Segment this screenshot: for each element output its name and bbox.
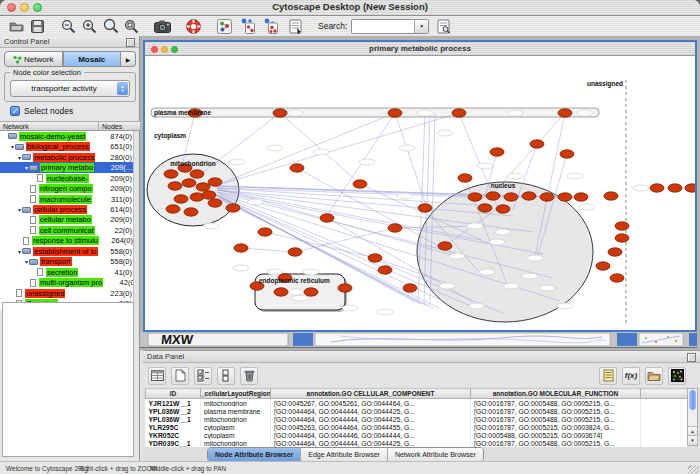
network-node[interactable] bbox=[273, 109, 287, 117]
scroll-down-icon[interactable]: ▼ bbox=[688, 435, 697, 445]
network-node[interactable] bbox=[486, 192, 500, 200]
network-node[interactable] bbox=[290, 164, 304, 172]
select-attributes-icon[interactable] bbox=[194, 367, 212, 385]
table-row[interactable]: YPL036W__1mitochondrion[GO:0044464, GO:0… bbox=[146, 415, 688, 423]
network-node[interactable] bbox=[596, 262, 610, 270]
tree-row[interactable]: nitrogen compo209(0) bbox=[0, 183, 134, 193]
layout-a-icon[interactable] bbox=[239, 18, 256, 35]
network-node[interactable] bbox=[496, 205, 510, 213]
more-tabs-icon[interactable]: ▶ bbox=[121, 51, 136, 67]
network-node[interactable] bbox=[610, 274, 624, 282]
tree-row[interactable]: cell communicat22(0) bbox=[0, 225, 134, 235]
network-node[interactable] bbox=[650, 184, 664, 192]
matrix-icon[interactable] bbox=[668, 367, 686, 385]
network-node[interactable] bbox=[182, 179, 196, 187]
notes-icon[interactable] bbox=[599, 367, 617, 385]
table-row[interactable]: YLR295Ccytoplasm[GO:0045263, GO:0044464,… bbox=[146, 423, 688, 431]
network-node[interactable] bbox=[338, 284, 352, 292]
network-node[interactable] bbox=[615, 222, 629, 230]
column-header[interactable]: ID bbox=[146, 389, 201, 399]
network-node[interactable] bbox=[458, 174, 472, 182]
formula-icon[interactable]: f(x) bbox=[622, 367, 640, 385]
zoom-selected-icon[interactable] bbox=[123, 18, 140, 35]
column-header[interactable]: annotation.GO CELLULAR_COMPONENT bbox=[271, 389, 471, 399]
network-node[interactable] bbox=[164, 170, 178, 178]
network-node[interactable] bbox=[184, 208, 198, 216]
network-node[interactable] bbox=[418, 204, 432, 212]
tab-mosaic[interactable]: Mosaic bbox=[63, 51, 122, 67]
chevron-down-icon[interactable]: ▼ bbox=[414, 20, 428, 33]
tree-row[interactable]: macromolecule311(0) bbox=[0, 194, 134, 204]
network-node[interactable] bbox=[320, 214, 334, 222]
tab-network[interactable]: Network bbox=[4, 51, 63, 67]
network-node[interactable] bbox=[208, 199, 222, 207]
save-icon[interactable] bbox=[29, 18, 46, 35]
network-node[interactable] bbox=[604, 192, 618, 200]
network-node[interactable] bbox=[258, 228, 272, 236]
expand-arrow-icon[interactable]: ▾ bbox=[14, 248, 21, 255]
tree-row[interactable]: unassigned223(0) bbox=[0, 288, 134, 298]
tree-scrollbar[interactable] bbox=[133, 131, 139, 309]
network-node[interactable] bbox=[288, 248, 302, 256]
network-window-titlebar[interactable]: primary metabolic process bbox=[145, 42, 695, 56]
tree-row[interactable]: ▾establishment of lo558(0) bbox=[0, 246, 134, 256]
network-node[interactable] bbox=[388, 109, 402, 117]
tab-node-attribute-browser[interactable]: Node Attribute Browser bbox=[208, 448, 301, 461]
float-data-panel-icon[interactable] bbox=[687, 353, 696, 362]
network-node[interactable] bbox=[668, 184, 682, 192]
network-node[interactable] bbox=[202, 191, 216, 199]
network-node[interactable] bbox=[478, 204, 492, 212]
network-node[interactable] bbox=[368, 254, 382, 262]
network-node[interactable] bbox=[166, 205, 180, 213]
network-node[interactable] bbox=[190, 170, 204, 178]
network-node[interactable] bbox=[558, 109, 572, 117]
table-scrollbar[interactable]: ▲ ▼ bbox=[687, 388, 698, 446]
tree-row[interactable]: mosaic-demo-yeast874(0) bbox=[0, 131, 134, 141]
tree-row[interactable]: ▾primary metabo209(... bbox=[0, 162, 134, 172]
help-icon[interactable] bbox=[185, 18, 202, 35]
network-node[interactable] bbox=[608, 248, 622, 256]
expand-arrow-icon[interactable]: ▾ bbox=[14, 206, 21, 213]
tree-row[interactable]: ▾biological_process651(0) bbox=[0, 141, 134, 151]
new-attribute-icon[interactable] bbox=[171, 367, 189, 385]
network-node[interactable] bbox=[522, 192, 536, 200]
network-node[interactable] bbox=[353, 180, 367, 188]
select-nodes-checkbox[interactable]: ✓ bbox=[10, 106, 20, 116]
tree-row[interactable]: multi-organism pro42(0) bbox=[0, 278, 134, 288]
zoom-out-icon[interactable] bbox=[60, 18, 77, 35]
network-column-header[interactable]: Network bbox=[0, 122, 98, 130]
column-header[interactable]: _cellularLayoutRegion bbox=[201, 389, 271, 399]
tree-row[interactable]: nucleobase-209(0) bbox=[0, 173, 134, 183]
network-node[interactable] bbox=[504, 193, 518, 201]
tree-row[interactable]: secretion41(0) bbox=[0, 267, 134, 277]
search-options-icon[interactable] bbox=[435, 18, 452, 35]
network-node[interactable] bbox=[438, 242, 452, 250]
network-node[interactable] bbox=[168, 182, 182, 190]
expand-arrow-icon[interactable]: ▾ bbox=[21, 258, 28, 265]
network-node[interactable] bbox=[560, 150, 574, 158]
network-node[interactable] bbox=[378, 266, 392, 274]
open-file-icon[interactable] bbox=[8, 18, 25, 35]
import-table-icon[interactable] bbox=[287, 18, 304, 35]
tab-edge-attribute-browser[interactable]: Edge Attribute Browser bbox=[301, 448, 388, 461]
network-node[interactable] bbox=[388, 224, 402, 232]
network-node[interactable] bbox=[490, 148, 504, 156]
network-node[interactable] bbox=[615, 234, 629, 242]
tab-network-attribute-browser[interactable]: Network Attribute Browser bbox=[388, 448, 483, 461]
network-node[interactable] bbox=[468, 193, 482, 201]
network-node[interactable] bbox=[574, 193, 588, 201]
search-input[interactable] bbox=[352, 20, 414, 33]
network-node[interactable] bbox=[174, 195, 188, 203]
tree-row[interactable]: ▾metabolic process280(0) bbox=[0, 152, 134, 162]
network-node[interactable] bbox=[304, 288, 318, 296]
birds-eye-view[interactable] bbox=[2, 302, 134, 457]
tree-row[interactable]: response to stimulu264(0) bbox=[0, 236, 134, 246]
nodes-column-header[interactable]: Nodes bbox=[98, 122, 140, 130]
layout-b-icon[interactable] bbox=[262, 18, 279, 35]
network-canvas[interactable]: plasma membrane cytoplasm mitochondrion … bbox=[145, 56, 695, 330]
snapshot-icon[interactable] bbox=[154, 18, 171, 35]
network-node[interactable] bbox=[208, 178, 222, 186]
network-node[interactable] bbox=[196, 183, 210, 191]
table-row[interactable]: YDR039C__1mitochondrion[GO:0044464, GO:0… bbox=[146, 439, 688, 447]
network-node[interactable] bbox=[540, 193, 554, 201]
